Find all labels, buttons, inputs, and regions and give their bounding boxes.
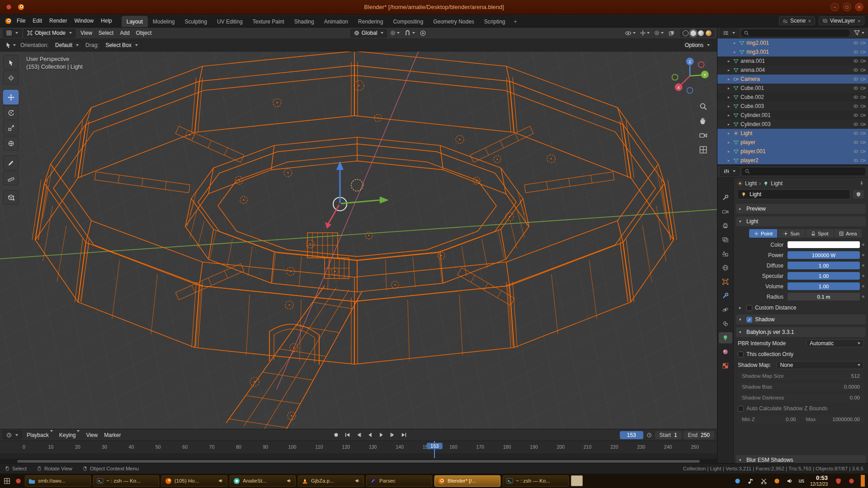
menu-window[interactable]: Window — [71, 16, 97, 25]
expand-icon[interactable] — [726, 149, 731, 154]
expand-icon[interactable] — [726, 95, 731, 99]
timeline-scrollbar[interactable] — [17, 460, 700, 463]
timeline-body[interactable]: 0102030405060708090100110120130140150160… — [0, 441, 717, 464]
proportional-editing-toggle[interactable] — [418, 29, 428, 38]
timeline-menu-marker[interactable]: Marker — [101, 431, 124, 439]
tray-status-icon[interactable] — [772, 476, 781, 485]
outliner-filter-button[interactable] — [852, 28, 866, 37]
properties-tab-scene[interactable] — [719, 248, 732, 259]
outliner-row[interactable]: Cylinder.001 — [717, 111, 868, 120]
expand-icon[interactable] — [726, 113, 731, 117]
outliner-row[interactable]: player — [717, 138, 868, 147]
prev-keyframe-button[interactable] — [354, 431, 364, 439]
editor-type-button[interactable] — [3, 29, 22, 38]
panel-custom-distance[interactable]: Custom Distance — [736, 303, 866, 312]
expand-icon[interactable] — [726, 59, 731, 63]
auto-key-button[interactable] — [331, 431, 341, 439]
expand-icon[interactable] — [732, 50, 737, 54]
radius-field[interactable]: 0.1 m — [788, 293, 860, 300]
shadow-darkness-field[interactable]: Shadow Darkness0.00 — [738, 394, 864, 402]
show-desktop-button[interactable] — [861, 475, 865, 487]
panel-babylon[interactable]: Babylon.js ver 3.3.1 — [736, 327, 866, 337]
pan-hand-button[interactable] — [699, 117, 708, 125]
light-type-area[interactable]: Area — [834, 229, 862, 238]
rotate-tool-button[interactable] — [3, 105, 19, 120]
taskbar-item-blender-[interactable]: Blender* [/... — [434, 475, 500, 487]
expand-icon[interactable] — [726, 131, 731, 136]
play-button[interactable] — [376, 431, 387, 439]
taskbar-item-smb-awv-[interactable]: smb://awv... — [25, 475, 91, 487]
menu-render[interactable]: Render — [46, 16, 71, 25]
properties-tab-material[interactable] — [719, 346, 732, 357]
navigation-gizmo[interactable]: Z Y X — [669, 55, 711, 97]
axis-x-neg-ball[interactable] — [698, 62, 704, 68]
outliner-row[interactable]: ring2.001 — [717, 38, 868, 47]
properties-tab-modifiers[interactable] — [719, 290, 732, 301]
orientation-dropdown[interactable]: Default — [52, 41, 82, 49]
keyboard-layout-indicator[interactable]: us — [798, 478, 804, 484]
properties-tab-texture[interactable] — [719, 360, 732, 371]
viewport-3d[interactable]: User Perspective (153) Collection | Ligh… — [0, 52, 717, 429]
taskbar-item--zsh-ko-[interactable]: ~ : zsh — Ko... — [503, 475, 569, 487]
animate-volume-dot[interactable] — [860, 285, 866, 287]
expand-icon[interactable] — [726, 122, 731, 127]
workspace-tab-compositing[interactable]: Compositing — [388, 16, 428, 27]
ortho-grid-button[interactable] — [699, 145, 708, 154]
fake-user-button[interactable] — [853, 189, 864, 199]
tray-info-icon[interactable] — [733, 476, 742, 485]
light-type-sun[interactable]: Sun — [778, 229, 806, 238]
clock[interactable]: 0:53 12/12/23 — [810, 475, 828, 487]
shading-material-button[interactable] — [698, 30, 704, 36]
taskbar-item-analiest-[interactable]: AnalieSt... — [230, 475, 296, 487]
move-tool-button[interactable] — [3, 90, 19, 104]
outliner-row[interactable]: Camera — [717, 75, 868, 84]
outliner-row[interactable]: Cube.003 — [717, 102, 868, 111]
drag-dropdown[interactable]: Select Box — [102, 41, 141, 49]
current-frame-field[interactable]: 153 — [620, 431, 643, 439]
outliner-row[interactable]: arena.001 — [717, 56, 868, 66]
workspace-tab-layout[interactable]: Layout — [122, 16, 148, 27]
play-reverse-button[interactable] — [365, 431, 375, 439]
max-z-field[interactable]: Max1000000.00 — [802, 415, 864, 423]
show-gizmo-toggle[interactable] — [639, 29, 651, 38]
specular-field[interactable]: 1.00 — [788, 272, 860, 280]
animate-color-dot[interactable] — [860, 244, 866, 246]
workspace-tab-rendering[interactable]: Rendering — [353, 16, 388, 27]
start-frame-field[interactable]: Start1 — [655, 431, 682, 439]
scene-selector[interactable]: Scene — [779, 16, 815, 25]
minimize-button[interactable] — [830, 3, 839, 11]
options-dropdown[interactable]: Options — [681, 41, 713, 49]
power-field[interactable]: 100000 W — [788, 251, 860, 259]
outliner-editor-type-button[interactable] — [720, 28, 739, 37]
workspace-tab-geometry-nodes[interactable]: Geometry Nodes — [428, 16, 479, 27]
camera-view-button[interactable] — [699, 131, 708, 140]
next-keyframe-button[interactable] — [387, 431, 398, 439]
animate-specular-dot[interactable] — [860, 275, 866, 277]
xray-toggle[interactable] — [667, 29, 676, 38]
outliner-row[interactable]: player.001 — [717, 147, 868, 156]
expand-icon[interactable] — [726, 104, 731, 108]
breadcrumb-data[interactable]: Light — [771, 180, 783, 187]
mode-dropdown[interactable]: Object Mode — [24, 29, 75, 38]
taskbar-item-gjbza-p-[interactable]: GjbZa.p... — [298, 475, 364, 487]
properties-tab-render[interactable] — [719, 206, 732, 217]
tray-music-icon[interactable] — [746, 476, 755, 485]
expand-icon[interactable] — [726, 86, 731, 90]
panel-blur-esm[interactable]: Blur ESM Shadows — [736, 455, 866, 463]
snap-toggle[interactable] — [403, 29, 416, 38]
properties-tab-constraints[interactable] — [719, 318, 732, 329]
transform-orientation-dropdown[interactable]: Global — [350, 29, 387, 38]
outliner-row[interactable]: Cube.002 — [717, 93, 868, 102]
close-button[interactable] — [855, 3, 863, 11]
properties-tab-world[interactable] — [719, 262, 732, 273]
properties-tab-physics[interactable] — [719, 304, 732, 315]
workspace-tab-texture-paint[interactable]: Texture Paint — [248, 16, 289, 27]
viewport-menu-add[interactable]: Add — [117, 29, 132, 37]
zoom-button[interactable] — [699, 102, 708, 111]
properties-tab-tool[interactable] — [719, 192, 732, 203]
workspace-tab-animation[interactable]: Animation — [319, 16, 353, 27]
light-type-point[interactable]: Point — [749, 229, 778, 238]
viewlayer-selector[interactable]: ViewLayer — [819, 16, 864, 25]
timeline-menu-keying[interactable]: Keying — [56, 431, 83, 439]
menu-edit[interactable]: Edit — [29, 16, 46, 25]
